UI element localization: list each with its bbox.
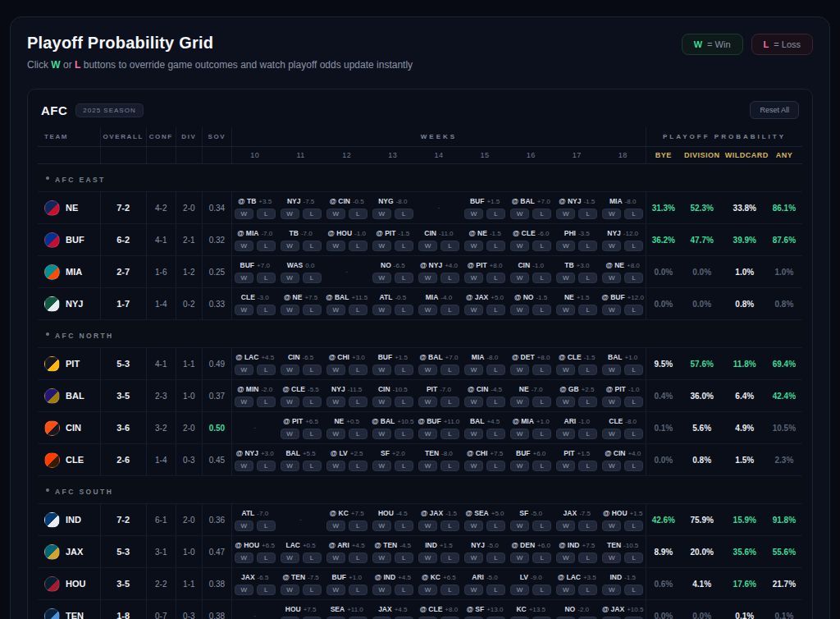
win-button[interactable]: W [281,617,299,619]
loss-button[interactable]: L [441,520,459,531]
loss-button[interactable]: L [486,365,505,375]
loss-button[interactable]: L [441,585,459,595]
loss-button[interactable]: L [578,397,597,407]
loss-button[interactable]: L [349,585,368,595]
loss-button[interactable]: L [349,397,368,407]
win-button[interactable]: W [556,305,575,315]
win-button[interactable]: W [602,553,621,563]
loss-button[interactable]: L [303,365,322,375]
loss-button[interactable]: L [578,553,597,563]
loss-button[interactable]: L [257,305,276,315]
win-button[interactable]: W [372,461,391,471]
win-button[interactable]: W [326,365,345,375]
loss-button[interactable]: L [532,553,551,563]
loss-button[interactable]: L [257,520,276,531]
win-button[interactable]: W [372,553,391,563]
loss-button[interactable]: L [532,365,551,375]
win-button[interactable]: W [510,429,529,439]
loss-button[interactable]: L [532,520,551,531]
win-button[interactable]: W [235,241,253,251]
loss-button[interactable]: L [349,305,368,315]
win-button[interactable]: W [602,365,621,375]
loss-button[interactable]: L [303,305,322,315]
win-button[interactable]: W [464,241,483,251]
loss-button[interactable]: L [486,209,505,219]
win-button[interactable]: W [464,365,483,375]
loss-button[interactable]: L [395,273,413,283]
loss-button[interactable]: L [578,273,597,283]
loss-button[interactable]: L [441,617,459,619]
win-button[interactable]: W [418,365,437,375]
loss-button[interactable]: L [624,617,643,619]
win-button[interactable]: W [602,585,621,595]
win-button[interactable]: W [418,241,437,251]
win-button[interactable]: W [464,305,483,315]
win-button[interactable]: W [556,617,575,619]
win-button[interactable]: W [235,365,253,375]
win-button[interactable]: W [602,241,621,251]
win-button[interactable]: W [510,305,529,315]
loss-button[interactable]: L [486,305,505,315]
loss-button[interactable]: L [578,429,597,439]
loss-button[interactable]: L [624,397,643,407]
loss-button[interactable]: L [486,585,505,595]
win-button[interactable]: W [326,305,345,315]
win-button[interactable]: W [281,397,299,407]
win-button[interactable]: W [602,305,621,315]
win-button[interactable]: W [464,461,483,471]
win-button[interactable]: W [418,397,437,407]
win-button[interactable]: W [235,520,253,531]
win-button[interactable]: W [556,461,575,471]
win-button[interactable]: W [372,241,391,251]
loss-button[interactable]: L [395,520,413,531]
win-button[interactable]: W [281,305,299,315]
win-button[interactable]: W [235,585,253,595]
win-button[interactable]: W [326,209,345,219]
loss-button[interactable]: L [257,461,276,471]
win-button[interactable]: W [235,397,253,407]
loss-button[interactable]: L [395,553,413,563]
win-button[interactable]: W [235,273,253,283]
win-button[interactable]: W [602,461,621,471]
win-button[interactable]: W [556,429,575,439]
win-button[interactable]: W [235,305,253,315]
win-button[interactable]: W [556,365,575,375]
loss-button[interactable]: L [486,461,505,471]
win-button[interactable]: W [235,209,253,219]
win-button[interactable]: W [510,397,529,407]
loss-button[interactable]: L [486,553,505,563]
win-button[interactable]: W [372,209,391,219]
win-button[interactable]: W [418,553,437,563]
loss-button[interactable]: L [486,520,505,531]
win-button[interactable]: W [418,585,437,595]
win-button[interactable]: W [556,241,575,251]
win-button[interactable]: W [281,241,299,251]
loss-button[interactable]: L [349,365,368,375]
win-button[interactable]: W [418,305,437,315]
win-button[interactable]: W [326,397,345,407]
loss-button[interactable]: L [578,209,597,219]
loss-button[interactable]: L [532,617,551,619]
win-button[interactable]: W [281,553,299,563]
loss-button[interactable]: L [486,617,505,619]
loss-button[interactable]: L [441,429,459,439]
loss-button[interactable]: L [303,397,322,407]
loss-button[interactable]: L [257,365,276,375]
loss-button[interactable]: L [349,520,368,531]
loss-button[interactable]: L [532,305,551,315]
win-button[interactable]: W [556,520,575,531]
loss-button[interactable]: L [532,397,551,407]
win-button[interactable]: W [235,553,253,563]
loss-button[interactable]: L [349,429,368,439]
loss-button[interactable]: L [532,241,551,251]
loss-button[interactable]: L [441,365,459,375]
loss-button[interactable]: L [441,553,459,563]
win-button[interactable]: W [281,365,299,375]
win-button[interactable]: W [510,553,529,563]
loss-button[interactable]: L [486,273,505,283]
loss-button[interactable]: L [395,617,413,619]
loss-button[interactable]: L [532,585,551,595]
win-button[interactable]: W [326,520,345,531]
win-button[interactable]: W [510,365,529,375]
win-button[interactable]: W [602,617,621,619]
